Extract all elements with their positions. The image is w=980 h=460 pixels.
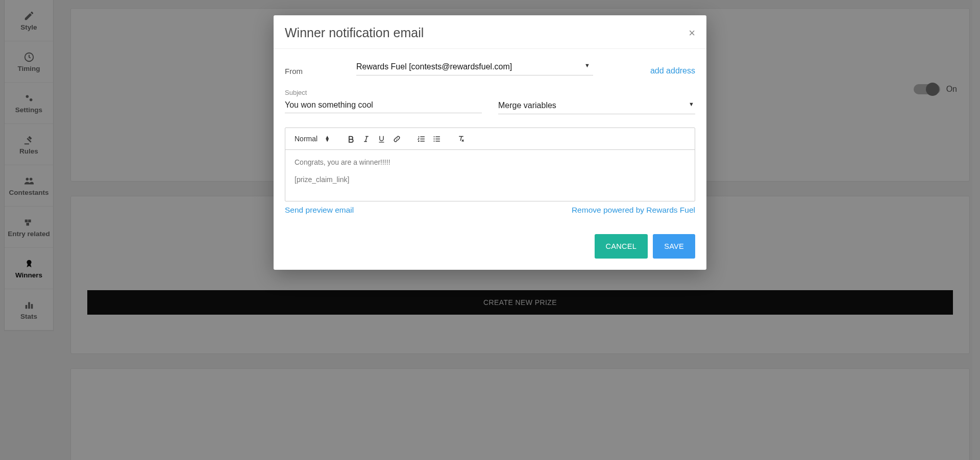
merge-value: Merge variables: [498, 101, 556, 110]
chevron-down-icon: ▼: [689, 101, 694, 107]
modal-winner-notification: Winner notification email × From Rewards…: [274, 15, 706, 270]
remove-powered-link[interactable]: Remove powered by Rewards Fuel: [572, 206, 695, 215]
unordered-list-icon[interactable]: [429, 131, 444, 146]
bold-icon[interactable]: [343, 131, 358, 146]
underline-icon[interactable]: [374, 131, 389, 146]
svg-point-14: [433, 140, 434, 141]
ordered-list-icon[interactable]: [413, 131, 429, 146]
save-button[interactable]: SAVE: [653, 234, 695, 259]
editor-line-1: Congrats, you are a winner!!!!!: [295, 158, 685, 166]
from-select[interactable]: Rewards Fuel [contests@rewardsfuel.com] …: [356, 58, 593, 75]
chevron-down-icon: ▼: [584, 62, 590, 68]
merge-variables-select[interactable]: Merge variables ▼: [498, 97, 695, 114]
subject-label: Subject: [285, 89, 482, 96]
close-icon[interactable]: ×: [689, 28, 695, 39]
from-label: From: [285, 64, 356, 75]
send-preview-link[interactable]: Send preview email: [285, 206, 354, 215]
add-address-link[interactable]: add address: [650, 64, 695, 75]
editor-line-2: [prize_claim_link]: [295, 175, 685, 184]
link-icon[interactable]: [389, 131, 404, 146]
svg-point-13: [433, 138, 434, 139]
cancel-button[interactable]: CANCEL: [595, 234, 648, 259]
clear-format-icon[interactable]: [453, 131, 469, 146]
rich-text-editor: Normal ▲▼ Congr: [285, 127, 695, 201]
editor-toolbar: Normal ▲▼: [285, 128, 695, 150]
subject-input[interactable]: [285, 98, 482, 113]
svg-point-12: [433, 136, 434, 137]
italic-icon[interactable]: [358, 131, 374, 146]
sort-icon: ▲▼: [325, 136, 330, 142]
editor-content[interactable]: Congrats, you are a winner!!!!! [prize_c…: [285, 150, 695, 201]
format-select[interactable]: Normal ▲▼: [290, 135, 334, 143]
from-value: Rewards Fuel [contests@rewardsfuel.com]: [356, 62, 512, 71]
modal-title: Winner notification email: [285, 25, 424, 40]
